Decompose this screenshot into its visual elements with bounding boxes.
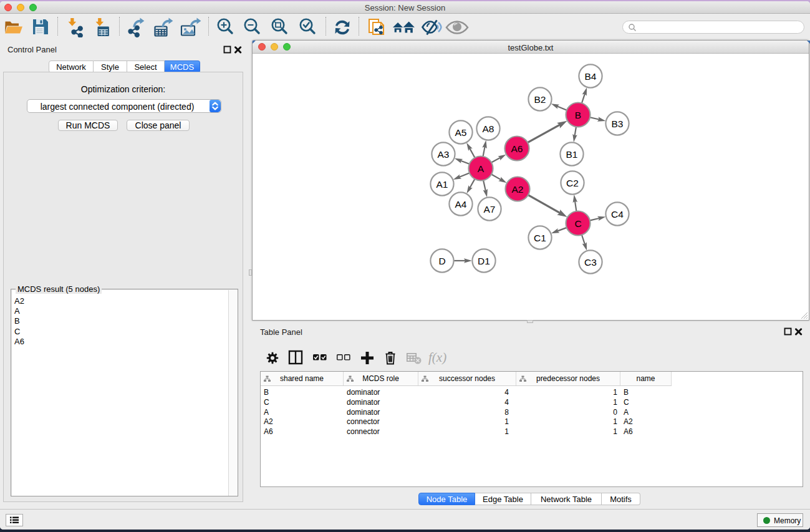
svg-text:A4: A4 [455, 199, 467, 210]
svg-text:A3: A3 [438, 149, 450, 160]
svg-text:D: D [438, 256, 445, 266]
svg-text:B: B [575, 110, 581, 120]
svg-text:A8: A8 [483, 123, 494, 134]
svg-text:A5: A5 [455, 127, 467, 138]
svg-text:B4: B4 [585, 71, 597, 82]
svg-text:A7: A7 [484, 204, 496, 215]
svg-text:A1: A1 [436, 179, 448, 190]
svg-text:B1: B1 [566, 149, 578, 160]
svg-text:D1: D1 [478, 256, 490, 266]
svg-text:C: C [574, 218, 581, 229]
svg-text:C1: C1 [534, 233, 546, 243]
svg-text:B3: B3 [612, 118, 624, 129]
svg-text:A: A [478, 163, 485, 174]
svg-text:C3: C3 [584, 257, 597, 268]
svg-text:C2: C2 [566, 178, 579, 188]
svg-text:B2: B2 [534, 94, 546, 105]
svg-text:A2: A2 [512, 184, 524, 195]
svg-text:C4: C4 [611, 209, 624, 220]
svg-text:A6: A6 [511, 143, 523, 154]
